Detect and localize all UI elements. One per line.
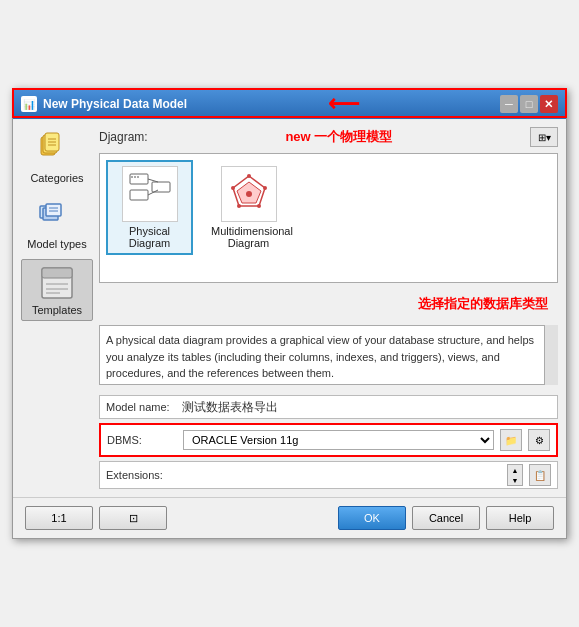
dbms-select[interactable]: ORACLE Version 11g MySQL 5.0 SQL Server …: [183, 430, 494, 450]
dialog-body: Categories Model types: [13, 119, 566, 497]
annotation-title: new 一个物理模型: [285, 128, 392, 146]
main-content: Djagram: new 一个物理模型 ⊞▾: [99, 127, 558, 489]
description-wrapper: A physical data diagram provides a graph…: [99, 325, 558, 385]
categories-icon: [38, 132, 76, 170]
multidimensional-diagram-label: Multidimensional Diagram: [211, 225, 286, 249]
title-bar-left: 📊 New Physical Data Model: [21, 96, 187, 112]
diagram-header-row: Djagram: new 一个物理模型 ⊞▾: [99, 127, 558, 147]
diagram-label: Djagram:: [99, 130, 148, 144]
sidebar-item-categories[interactable]: Categories: [21, 127, 93, 189]
templates-icon: [38, 264, 76, 302]
sidebar: Categories Model types: [21, 127, 93, 489]
svg-point-26: [247, 174, 251, 178]
annotation-area: 选择指定的数据库类型: [99, 289, 558, 319]
diagram-selector: Physical Diagram: [99, 153, 558, 283]
extensions-spinner: ▲ ▼: [507, 464, 523, 486]
dbms-label: DBMS:: [107, 434, 177, 446]
extensions-browse-button[interactable]: 📋: [529, 464, 551, 486]
dbms-select-wrapper: ORACLE Version 11g MySQL 5.0 SQL Server …: [183, 430, 494, 450]
categories-label: Categories: [30, 172, 83, 184]
dbms-row: DBMS: ORACLE Version 11g MySQL 5.0 SQL S…: [99, 423, 558, 457]
svg-point-27: [263, 186, 267, 190]
dialog-window: 📊 New Physical Data Model ⟵ ─ □ ✕: [12, 88, 567, 539]
model-types-label: Model types: [27, 238, 86, 250]
extensions-row: Extensions: ▲ ▼ 📋: [99, 461, 558, 489]
dbms-config-button[interactable]: ⚙: [528, 429, 550, 451]
svg-point-28: [257, 204, 261, 208]
dbms-browse-button[interactable]: 📁: [500, 429, 522, 451]
svg-rect-12: [42, 268, 72, 278]
footer: 1:1 ⊡ OK Cancel Help: [13, 497, 566, 538]
extensions-up-button[interactable]: ▲: [508, 465, 522, 475]
model-name-row: Model name:: [99, 395, 558, 419]
minimize-button[interactable]: ─: [500, 95, 518, 113]
title-bar-controls: ─ □ ✕: [500, 95, 558, 113]
title-bar: 📊 New Physical Data Model ⟵ ─ □ ✕: [13, 89, 566, 119]
help-button[interactable]: Help: [486, 506, 554, 530]
sidebar-item-model-types[interactable]: Model types: [21, 193, 93, 255]
grid-view-button[interactable]: ⊞▾: [530, 127, 558, 147]
dialog: 📊 New Physical Data Model ⟵ ─ □ ✕: [12, 88, 567, 539]
description-scrollbar[interactable]: [544, 325, 558, 385]
description-box: A physical data diagram provides a graph…: [99, 325, 558, 385]
sidebar-item-templates[interactable]: Templates: [21, 259, 93, 321]
svg-rect-17: [130, 190, 148, 200]
svg-rect-16: [130, 174, 148, 184]
ratio-button[interactable]: 1:1: [25, 506, 93, 530]
dialog-title: New Physical Data Model: [43, 97, 187, 111]
fit-button[interactable]: ⊡: [99, 506, 167, 530]
physical-diagram-icon: [122, 166, 178, 222]
extensions-label: Extensions:: [106, 469, 176, 481]
diagram-option-multidimensional[interactable]: Multidimensional Diagram: [205, 160, 292, 255]
svg-point-31: [246, 191, 252, 197]
templates-label: Templates: [32, 304, 82, 316]
model-types-icon: [38, 198, 76, 236]
description-text: A physical data diagram provides a graph…: [106, 334, 534, 379]
extensions-down-button[interactable]: ▼: [508, 475, 522, 485]
maximize-button[interactable]: □: [520, 95, 538, 113]
multidimensional-diagram-icon: [221, 166, 277, 222]
model-name-label: Model name:: [106, 401, 176, 413]
ok-button[interactable]: OK: [338, 506, 406, 530]
cancel-button[interactable]: Cancel: [412, 506, 480, 530]
title-arrow-annotation: ⟵: [328, 91, 360, 117]
app-icon: 📊: [21, 96, 37, 112]
svg-point-30: [231, 186, 235, 190]
model-name-input[interactable]: [182, 400, 551, 414]
annotation-select: 选择指定的数据库类型: [418, 295, 548, 313]
svg-point-29: [237, 204, 241, 208]
physical-diagram-label: Physical Diagram: [112, 225, 187, 249]
close-button[interactable]: ✕: [540, 95, 558, 113]
svg-rect-18: [152, 182, 170, 192]
form-area: Model name: DBMS: ORACLE Version 11g MyS…: [99, 395, 558, 489]
svg-rect-8: [46, 204, 61, 216]
diagram-option-physical[interactable]: Physical Diagram: [106, 160, 193, 255]
